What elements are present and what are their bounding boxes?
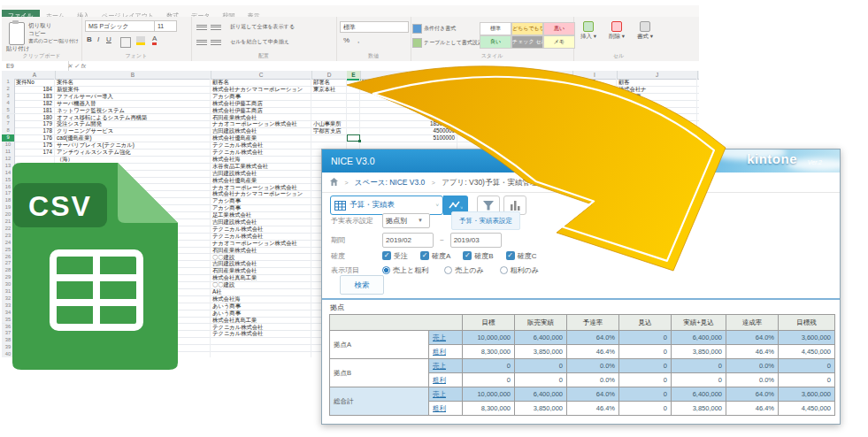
excel-row-header[interactable]: 23 bbox=[2, 233, 15, 240]
excel-cell[interactable] bbox=[572, 93, 617, 100]
ribbon-tab-6[interactable]: 校閲 bbox=[216, 10, 241, 17]
excel-cell[interactable] bbox=[55, 281, 211, 288]
excel-row-header[interactable]: 33 bbox=[2, 303, 15, 310]
excel-cell[interactable] bbox=[311, 114, 347, 121]
excel-row-header[interactable]: 7 bbox=[2, 120, 15, 127]
ribbon-tab-0[interactable]: ファイル bbox=[2, 10, 40, 17]
excel-cell[interactable]: 株式会社ナカシマコーポレーション bbox=[211, 190, 311, 197]
excel-cell[interactable] bbox=[14, 226, 55, 233]
cell-style-option[interactable]: 標準 bbox=[480, 22, 511, 35]
excel-cell[interactable] bbox=[14, 281, 55, 288]
excel-cell[interactable]: 2500000 bbox=[457, 127, 537, 134]
excel-cell[interactable]: 吉田建設株式会社 bbox=[211, 218, 311, 226]
excel-cell[interactable] bbox=[14, 197, 55, 204]
column-header-A[interactable]: A bbox=[14, 71, 56, 79]
excel-cell[interactable]: 22310000 bbox=[360, 114, 457, 121]
excel-row-header[interactable]: 2 bbox=[2, 86, 15, 93]
excel-cell[interactable]: アンチウィルスシステム強化 bbox=[55, 149, 211, 156]
excel-row-header[interactable]: 29 bbox=[2, 274, 15, 281]
excel-cell[interactable] bbox=[311, 107, 347, 114]
excel-cell[interactable] bbox=[617, 127, 697, 134]
excel-row-header[interactable]: 1 bbox=[2, 79, 15, 86]
excel-cell[interactable] bbox=[14, 177, 55, 184]
excel-cell[interactable]: サーバ機器入替 bbox=[55, 100, 211, 107]
excel-cell[interactable]: 176 bbox=[14, 134, 55, 142]
copy-button[interactable]: コピー bbox=[28, 30, 46, 38]
excel-cell[interactable] bbox=[55, 211, 211, 218]
budget-table-setting-button[interactable]: 予算・実績表設定 bbox=[451, 211, 520, 230]
excel-cell[interactable]: 390000 bbox=[457, 134, 537, 142]
excel-cell[interactable]: 受注システム開発 bbox=[55, 120, 211, 127]
excel-cell[interactable] bbox=[311, 142, 347, 149]
excel-cell[interactable]: 株式会社真島工業 bbox=[211, 317, 311, 324]
excel-cell[interactable] bbox=[14, 344, 55, 351]
excel-cell[interactable]: 株式会社優島産業 bbox=[211, 134, 311, 142]
excel-cell[interactable]: あいう商事 bbox=[211, 303, 311, 310]
excel-cell[interactable]: 石田産業株式会社 bbox=[211, 267, 311, 274]
fill-color-icon[interactable] bbox=[136, 36, 145, 45]
excel-row-header[interactable]: 32 bbox=[2, 295, 15, 303]
excel-cell[interactable] bbox=[55, 226, 211, 233]
excel-cell[interactable]: 174 bbox=[14, 149, 55, 156]
excel-cell[interactable] bbox=[572, 120, 617, 127]
excel-cell[interactable] bbox=[311, 100, 347, 107]
excel-cell[interactable]: 案件名 bbox=[55, 79, 211, 86]
excel-cell[interactable] bbox=[55, 260, 211, 267]
excel-cell[interactable] bbox=[55, 233, 211, 240]
excel-cell[interactable]: アカシ商事 bbox=[211, 93, 311, 100]
format-as-table-button[interactable]: テーブルとして書式設定 bbox=[412, 38, 483, 48]
excel-cell[interactable] bbox=[55, 218, 211, 226]
excel-row-header[interactable]: 34 bbox=[2, 310, 15, 317]
result-subrow-link[interactable]: 売上 bbox=[429, 331, 463, 345]
excel-cell[interactable]: 6480000 bbox=[360, 93, 457, 100]
excel-cell[interactable]: 株式会社海 bbox=[211, 156, 311, 163]
excel-cell[interactable] bbox=[14, 274, 55, 281]
excel-cell[interactable]: 吉田建設株式会社 bbox=[211, 260, 311, 267]
excel-row-header[interactable]: 40 bbox=[2, 351, 15, 357]
excel-cell[interactable] bbox=[14, 163, 55, 170]
excel-row-header[interactable]: 30 bbox=[2, 281, 15, 288]
excel-cell[interactable]: 980000 bbox=[457, 93, 537, 100]
excel-row-header[interactable]: 10 bbox=[2, 142, 15, 149]
excel-cell[interactable]: 180 bbox=[14, 114, 55, 121]
excel-cell[interactable] bbox=[14, 240, 55, 247]
align-top-icon[interactable] bbox=[196, 23, 207, 30]
excel-cell[interactable]: 184 bbox=[14, 86, 55, 93]
excel-row-header[interactable]: 9 bbox=[2, 134, 15, 142]
ribbon-tab-5[interactable]: データ bbox=[185, 10, 216, 17]
excel-cell[interactable]: 18500000 bbox=[360, 120, 457, 127]
excel-row-header[interactable]: 37 bbox=[2, 330, 15, 337]
excel-cell[interactable] bbox=[14, 288, 55, 295]
excel-cell[interactable]: 26000000 bbox=[457, 120, 537, 127]
excel-cell[interactable]: ディーラ bbox=[572, 79, 617, 86]
excel-cell[interactable] bbox=[457, 142, 537, 149]
excel-cell[interactable]: 55.56 bbox=[537, 127, 572, 134]
align-left-icon[interactable] bbox=[196, 38, 207, 45]
excel-cell[interactable]: クリーニングサービス bbox=[55, 127, 211, 134]
excel-cell[interactable] bbox=[572, 100, 617, 107]
enter-icon[interactable]: ✓ bbox=[74, 63, 80, 69]
excel-cell[interactable]: テクニカル株式会社 bbox=[211, 149, 311, 156]
period-from-input[interactable]: 2019/02 bbox=[382, 233, 434, 248]
excel-cell[interactable] bbox=[14, 317, 55, 324]
excel-cell[interactable] bbox=[55, 254, 211, 261]
excel-cell[interactable] bbox=[572, 107, 617, 114]
excel-row-header[interactable]: 5 bbox=[2, 107, 15, 114]
excel-row-header[interactable]: 21 bbox=[2, 218, 15, 226]
excel-cell[interactable]: 179 bbox=[14, 120, 55, 127]
excel-cell[interactable]: 部署名 bbox=[311, 79, 347, 86]
excel-cell[interactable] bbox=[14, 156, 55, 163]
excel-row-header[interactable]: 8 bbox=[2, 127, 15, 134]
excel-cell[interactable]: アカシ商事 bbox=[211, 204, 311, 211]
excel-cell[interactable]: ファイルサーバー導入 bbox=[55, 93, 211, 100]
excel-cell[interactable]: cad(優島産業) bbox=[55, 134, 211, 142]
result-subrow-link[interactable]: 粗利 bbox=[429, 402, 463, 416]
excel-cell[interactable] bbox=[14, 310, 55, 317]
excel-cell[interactable]: テクニカル株式会社 bbox=[211, 226, 311, 233]
excel-cell[interactable] bbox=[55, 197, 211, 204]
borders-icon[interactable] bbox=[120, 37, 131, 48]
search-button[interactable]: 検索 bbox=[340, 275, 384, 295]
result-subrow-link[interactable]: 売上 bbox=[429, 359, 463, 373]
excel-cell[interactable] bbox=[360, 142, 457, 149]
excel-cell[interactable] bbox=[14, 330, 55, 337]
